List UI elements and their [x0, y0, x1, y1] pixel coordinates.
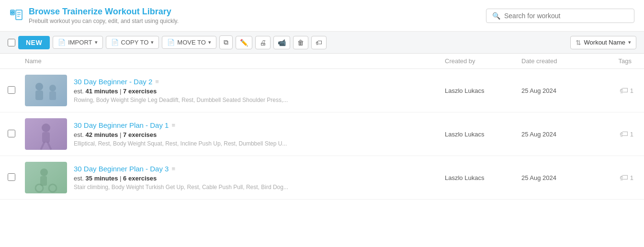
- select-all-checkbox[interactable]: [8, 39, 15, 46]
- workout-exercises-3: Stair climbing, Body Weight Turkish Get …: [74, 184, 445, 191]
- page-title: Browse Trainerize Workout Library: [29, 7, 179, 17]
- column-headers: Name Created by Date created Tags: [0, 54, 644, 69]
- tag-count-3: 1: [630, 174, 633, 181]
- toolbar-right: ⇅ Workout Name ▾: [570, 36, 636, 49]
- svg-rect-9: [25, 75, 67, 106]
- reorder-icon-3: ≡: [171, 165, 175, 172]
- copy-chevron-icon: ▾: [151, 39, 154, 45]
- new-button[interactable]: NEW: [18, 36, 50, 49]
- workout-creator-2: Laszlo Lukacs: [445, 131, 521, 138]
- svg-rect-11: [35, 90, 43, 100]
- svg-rect-5: [16, 10, 22, 20]
- col-name-header: Name: [25, 57, 445, 65]
- page-subtitle: Prebuilt workout you can copy, edit, and…: [29, 18, 179, 24]
- edit-button[interactable]: ✏️: [236, 36, 252, 49]
- tag-label-icon-3: 🏷: [620, 173, 628, 183]
- workout-thumbnail-1: [25, 75, 67, 106]
- row-checkbox-3[interactable]: [8, 173, 25, 182]
- search-box[interactable]: 🔍: [486, 9, 634, 23]
- workout-title-2[interactable]: 30 Day Beginner Plan - Day 1 ≡: [74, 121, 445, 129]
- duplicate-button[interactable]: ⧉: [219, 35, 233, 49]
- import-chevron-icon: ▾: [95, 39, 98, 45]
- workout-creator-1: Laszlo Lukacs: [445, 87, 521, 94]
- sort-label: Workout Name: [584, 39, 625, 46]
- table-row: 30 Day Beginner Plan - Day 1 ≡ est. 42 m…: [0, 112, 644, 156]
- workout-info-3: 30 Day Beginner Plan - Day 3 ≡ est. 35 m…: [74, 165, 445, 191]
- col-created-by-header: Created by: [445, 57, 521, 65]
- print-icon: 🖨: [260, 39, 266, 46]
- workout-info-2: 30 Day Beginner Plan - Day 1 ≡ est. 42 m…: [74, 121, 445, 147]
- svg-point-10: [35, 83, 43, 90]
- workout-title-3[interactable]: 30 Day Beginner Plan - Day 3 ≡: [74, 165, 445, 173]
- workout-tags-3: 🏷 1: [598, 173, 636, 183]
- sort-chevron-icon: ▾: [628, 39, 631, 45]
- page-header: Browse Trainerize Workout Library Prebui…: [0, 0, 644, 32]
- workout-info-1: 30 Day Beginner - Day 2 ≡ est. 41 minute…: [74, 78, 445, 103]
- edit-icon: ✏️: [240, 39, 248, 46]
- tag-label-icon-1: 🏷: [620, 86, 628, 96]
- header-left: Browse Trainerize Workout Library Prebui…: [10, 7, 179, 24]
- import-label: IMPORT: [68, 39, 92, 46]
- svg-point-12: [49, 85, 56, 91]
- workout-date-3: 25 Aug 2024: [521, 174, 598, 181]
- table-row: 30 Day Beginner - Day 2 ≡ est. 41 minute…: [0, 69, 644, 112]
- move-to-label: MOVE TO: [177, 39, 205, 46]
- duplicate-icon: ⧉: [224, 38, 228, 46]
- delete-button[interactable]: 🗑: [293, 36, 308, 49]
- move-chevron-icon: ▾: [208, 39, 211, 45]
- svg-point-15: [42, 124, 50, 132]
- tag-count-1: 1: [630, 87, 633, 94]
- copy-icon: 📄: [111, 39, 119, 46]
- workout-exercises-1: Rowing, Body Weight Single Leg Deadlift,…: [74, 97, 445, 103]
- row-checkbox-1[interactable]: [8, 86, 25, 95]
- workout-meta-2: est. 42 minutes | 7 exercises: [74, 131, 445, 138]
- reorder-icon-2: ≡: [171, 122, 175, 129]
- trash-icon: 🗑: [297, 39, 304, 46]
- svg-rect-16: [42, 132, 50, 143]
- header-text: Browse Trainerize Workout Library Prebui…: [29, 7, 179, 24]
- video-icon: 📹: [278, 39, 286, 46]
- workout-title-1[interactable]: 30 Day Beginner - Day 2 ≡: [74, 78, 445, 86]
- workout-tags-2: 🏷 1: [598, 129, 636, 139]
- import-button[interactable]: 📄 IMPORT ▾: [53, 36, 102, 49]
- search-input[interactable]: [504, 12, 628, 20]
- svg-point-20: [40, 168, 48, 176]
- tag-label-icon-2: 🏷: [620, 129, 628, 139]
- workout-meta-1: est. 41 minutes | 7 exercises: [74, 88, 445, 95]
- row-checkbox-2[interactable]: [8, 130, 25, 139]
- toolbar: NEW 📄 IMPORT ▾ 📄 COPY TO ▾ 📄 MOVE TO ▾ ⧉…: [0, 32, 644, 54]
- workout-date-2: 25 Aug 2024: [521, 131, 598, 138]
- sort-icon: ⇅: [576, 39, 581, 46]
- print-button[interactable]: 🖨: [255, 36, 271, 49]
- library-icon: [10, 8, 23, 23]
- video-button[interactable]: 📹: [273, 36, 290, 49]
- copy-to-label: COPY TO: [121, 39, 149, 46]
- table-row: 30 Day Beginner Plan - Day 3 ≡ est. 35 m…: [0, 156, 644, 200]
- svg-rect-13: [49, 91, 56, 100]
- workout-thumbnail-3: [25, 162, 67, 193]
- tag-icon: 🏷: [316, 39, 322, 46]
- sort-dropdown[interactable]: ⇅ Workout Name ▾: [570, 36, 636, 49]
- toolbar-left: NEW 📄 IMPORT ▾ 📄 COPY TO ▾ 📄 MOVE TO ▾ ⧉…: [8, 35, 567, 49]
- col-tags-header: Tags: [598, 57, 636, 65]
- workout-thumbnail-2: [25, 118, 67, 150]
- move-to-button[interactable]: 📄 MOVE TO ▾: [162, 36, 216, 49]
- move-icon: 📄: [167, 39, 175, 46]
- import-icon: 📄: [58, 39, 66, 46]
- workout-exercises-2: Elliptical, Rest, Body Weight Squat, Res…: [74, 140, 445, 147]
- workout-meta-3: est. 35 minutes | 6 exercises: [74, 175, 445, 182]
- workout-date-1: 25 Aug 2024: [521, 87, 598, 94]
- workout-creator-3: Laszlo Lukacs: [445, 174, 521, 181]
- search-icon: 🔍: [492, 12, 500, 20]
- col-date-header: Date created: [521, 57, 598, 65]
- tag-count-2: 1: [630, 131, 633, 138]
- tag-button[interactable]: 🏷: [311, 36, 327, 49]
- copy-to-button[interactable]: 📄 COPY TO ▾: [106, 36, 159, 49]
- reorder-icon-1: ≡: [155, 78, 159, 85]
- workout-list: 30 Day Beginner - Day 2 ≡ est. 41 minute…: [0, 69, 644, 200]
- workout-tags-1: 🏷 1: [598, 86, 636, 96]
